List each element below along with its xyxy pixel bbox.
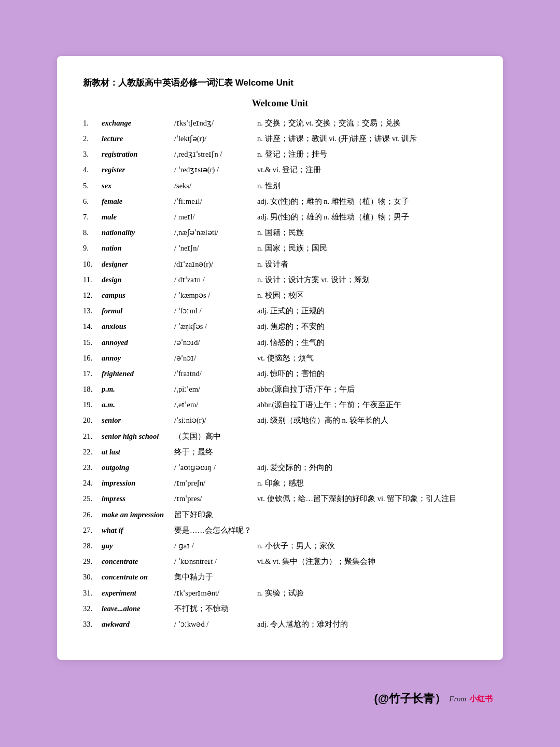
vocab-word: register (102, 164, 174, 176)
vocab-word: campus (102, 289, 174, 301)
list-item: 17.frightened/ˈfraɪtnd/adj. 惊吓的；害怕的 (83, 368, 477, 380)
vocab-definition: vt. 使钦佩；给…留下深刻的好印象 vi. 留下印象；引人注目 (257, 493, 477, 505)
vocab-definition: adj. 级别（或地位）高的 n. 较年长的人 (257, 414, 477, 426)
vocab-word: male (102, 211, 174, 223)
list-item: 31.experiment/ɪkˈsperɪmənt/n. 实验；试验 (83, 587, 477, 599)
list-item: 25.impress/ɪmˈpres/vt. 使钦佩；给…留下深刻的好印象 vi… (83, 493, 477, 505)
list-item: 24.impression/ɪmˈpreʃn/n. 印象；感想 (83, 477, 477, 489)
vocab-num: 23. (83, 462, 102, 474)
vocab-definition: adj. 女(性)的；雌的 n. 雌性动（植）物；女子 (257, 196, 477, 208)
vocab-word: sex (102, 180, 174, 192)
list-item: 5.sex/seks/n. 性别 (83, 180, 477, 192)
vocab-phonetic: /ˈfraɪtnd/ (174, 368, 257, 380)
vocab-word: make an impression (102, 509, 174, 521)
vocab-definition: adj. 焦虑的；不安的 (257, 321, 477, 333)
vocab-num: 27. (83, 524, 102, 536)
vocab-definition: n. 国家；民族；国民 (257, 242, 477, 254)
vocab-word: concentrate (102, 556, 174, 568)
list-item: 6.female/ˈfiːmeɪl/adj. 女(性)的；雌的 n. 雌性动（植… (83, 196, 477, 208)
list-item: 23.outgoing/ ˈaʊtɡəʊɪŋ /adj. 爱交际的；外向的 (83, 462, 477, 474)
vocab-phonetic: /əˈnɔɪd/ (174, 337, 257, 349)
vocab-num: 30. (83, 571, 102, 583)
list-item: 14.anxious/ ˈæŋkʃəs /adj. 焦虑的；不安的 (83, 321, 477, 333)
vocab-definition: n. 国籍；民族 (257, 227, 477, 239)
vocab-phonetic: / ˈkɒnsntreɪt / (174, 556, 257, 568)
vocab-phonetic: /ˌredʒɪˈstreɪʃn / (174, 148, 257, 160)
vocab-num: 9. (83, 242, 102, 254)
list-item: 20.senior/ˈsiːniə(r)/adj. 级别（或地位）高的 n. 较… (83, 414, 477, 426)
list-item: 27.what if要是……会怎么样呢？ (83, 524, 477, 536)
vocab-definition: n. 登记；注册；挂号 (257, 148, 477, 160)
vocab-phonetic: / meɪl/ (174, 211, 257, 223)
vocab-word: impress (102, 493, 174, 505)
vocab-num: 21. (83, 431, 102, 442)
vocab-definition: adj. 男(性)的；雄的 n. 雄性动（植）物；男子 (257, 211, 477, 223)
vocab-word: impression (102, 477, 174, 489)
vocab-definition: n. 小伙子；男人；家伙 (257, 540, 477, 552)
vocab-phonetic: / ˈfɔːml / (174, 305, 257, 317)
vocab-word: annoyed (102, 337, 174, 349)
vocab-num: 5. (83, 180, 102, 192)
vocab-definition: n. 实验；试验 (257, 587, 477, 599)
vocab-phonetic: /ˈsiːniə(r)/ (174, 414, 257, 426)
vocab-num: 32. (83, 603, 102, 615)
vocab-num: 11. (83, 274, 102, 286)
list-item: 13.formal/ ˈfɔːml /adj. 正式的；正规的 (83, 305, 477, 317)
vocab-word: female (102, 196, 174, 208)
vocab-phonetic: /seks/ (174, 180, 257, 192)
list-item: 32.leave...alone不打扰；不惊动 (83, 603, 477, 615)
vocab-word: senior high school (102, 431, 174, 442)
vocab-num: 28. (83, 540, 102, 552)
vocab-definition: abbr.(源自拉丁语)上午；午前；午夜至正午 (257, 399, 477, 411)
footer-brand: 小红书 (469, 694, 493, 704)
vocab-num: 15. (83, 337, 102, 349)
vocab-word: experiment (102, 587, 174, 599)
vocab-word: outgoing (102, 462, 174, 474)
vocab-phonetic: /ˌpiːˈem/ (174, 383, 257, 395)
vocab-definition: adj. 爱交际的；外向的 (257, 462, 477, 474)
list-item: 7.male/ meɪl/adj. 男(性)的；雄的 n. 雄性动（植）物；男子 (83, 211, 477, 223)
vocab-word: what if (102, 524, 174, 536)
vocab-word: p.m. (102, 383, 174, 395)
vocab-num: 24. (83, 477, 102, 489)
vocab-definition: 留下好印象 (174, 509, 477, 521)
vocab-definition: vt. 使恼怒；烦气 (257, 352, 477, 364)
vocab-definition: 终于；最终 (174, 446, 477, 458)
list-item: 30.concentrate on集中精力于 (83, 571, 477, 583)
list-item: 12.campus/ ˈkæmpəs /n. 校园；校区 (83, 289, 477, 301)
vocab-phonetic: /ˈlektʃə(r)/ (174, 133, 257, 145)
vocab-definition: adj. 正式的；正规的 (257, 305, 477, 317)
vocab-word: senior (102, 414, 174, 426)
list-item: 2.lecture/ˈlektʃə(r)/n. 讲座；讲课；教训 vi. (开)… (83, 133, 477, 145)
vocab-num: 20. (83, 414, 102, 426)
list-item: 33.awkward/ ˈɔːkwəd /adj. 令人尴尬的；难对付的 (83, 618, 477, 630)
vocab-word: designer (102, 258, 174, 270)
list-item: 18.p.m./ˌpiːˈem/abbr.(源自拉丁语)下午；午后 (83, 383, 477, 395)
vocab-definition: 要是……会怎么样呢？ (174, 524, 477, 536)
vocab-word: design (102, 274, 174, 286)
vocab-word: lecture (102, 133, 174, 145)
vocab-num: 14. (83, 321, 102, 333)
vocab-phonetic: / ˈkæmpəs / (174, 289, 257, 301)
vocab-word: a.m. (102, 399, 174, 411)
vocabulary-card: 新教材：人教版高中英语必修一词汇表 Welcome Unit Welcome U… (57, 56, 503, 660)
vocab-num: 8. (83, 227, 102, 239)
vocab-word: formal (102, 305, 174, 317)
vocab-definition: adj. 恼怒的；生气的 (257, 337, 477, 349)
vocab-definition: n. 设计者 (257, 258, 477, 270)
vocab-phonetic: / ˈæŋkʃəs / (174, 321, 257, 333)
vocab-phonetic: /əˈnɔɪ/ (174, 352, 257, 364)
vocab-phonetic: /ˈfiːmeɪl/ (174, 196, 257, 208)
vocab-num: 18. (83, 383, 102, 395)
vocab-definition: 不打扰；不惊动 (174, 603, 477, 615)
vocab-definition: n. 交换；交流 vt. 交换；交流；交易；兑换 (257, 117, 477, 129)
vocab-num: 25. (83, 493, 102, 505)
section-title: Welcome Unit (83, 98, 477, 109)
vocab-phonetic: /ɪkˈsperɪmənt/ (174, 587, 257, 599)
list-item: 21.senior high school（美国）高中 (83, 431, 477, 442)
footer-from: From (449, 695, 466, 703)
vocab-word: nation (102, 242, 174, 254)
vocab-num: 6. (83, 196, 102, 208)
vocab-num: 2. (83, 133, 102, 145)
vocab-num: 33. (83, 618, 102, 630)
